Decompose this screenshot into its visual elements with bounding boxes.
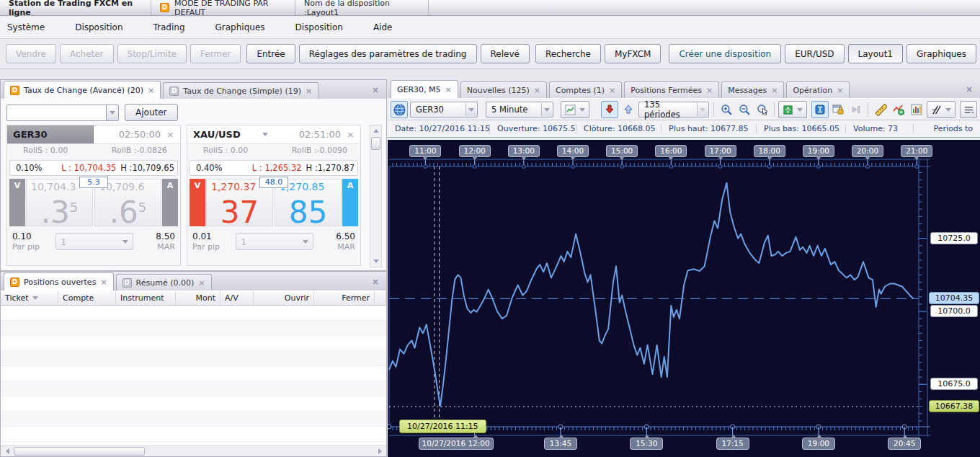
menu-disposition-2[interactable]: Disposition: [288, 22, 350, 32]
tab-accounts[interactable]: Comptes (1) ×: [549, 81, 622, 98]
trading-settings-button[interactable]: Réglages des paramètres de trading: [299, 44, 477, 63]
menu-disposition-1[interactable]: Disposition: [68, 22, 130, 32]
instrument-search-input[interactable]: [6, 105, 106, 121]
positions-horizontal-scrollbar[interactable]: [1, 445, 386, 456]
chevron-down-icon[interactable]: [466, 103, 476, 116]
globe-icon[interactable]: [391, 101, 408, 118]
add-instrument-button[interactable]: Ajouter: [125, 104, 178, 121]
chart-symbol-select[interactable]: GER30: [410, 102, 478, 117]
chart-periods-select[interactable]: 135 périodes: [638, 102, 709, 117]
tab-open-positions[interactable]: D Positions ouvertes ×: [4, 272, 114, 290]
chevron-down-icon: [303, 240, 308, 244]
scrollbar-thumb[interactable]: [14, 447, 145, 456]
close-icon[interactable]: ×: [166, 129, 174, 140]
tab-close-icon[interactable]: ×: [609, 86, 615, 94]
graphiques-button[interactable]: Graphiques: [906, 44, 976, 63]
scroll-up-icon[interactable]: [370, 125, 381, 136]
layout1-button[interactable]: Layout1: [848, 44, 903, 63]
tab-close-icon[interactable]: ×: [306, 87, 312, 95]
sell-flag: V: [9, 179, 25, 226]
tab-rates-advanced[interactable]: D Taux de Change (Avancé) (20) ×: [4, 81, 161, 99]
tab-close-icon[interactable]: ×: [198, 279, 205, 287]
chart-period-select[interactable]: 5 Minute: [486, 102, 553, 117]
panel-close-icon[interactable]: ×: [372, 85, 379, 95]
tab-closed-positions[interactable]: Positions Fermées ×: [624, 81, 719, 98]
stop-limit-button[interactable]: Stop/Limite: [117, 44, 187, 63]
line-studies-icon[interactable]: [927, 101, 956, 118]
column-header-instrument[interactable]: Instrument: [116, 291, 176, 305]
rates-vertical-scrollbar[interactable]: [370, 125, 382, 267]
tab-close-icon[interactable]: ×: [100, 278, 107, 286]
panel-close-icon[interactable]: ×: [372, 277, 379, 287]
instrument-selector[interactable]: GER30: [7, 125, 94, 143]
column-header-av[interactable]: A/V: [220, 291, 254, 305]
tab-close-icon[interactable]: ×: [445, 86, 452, 94]
bid-price-big: .35: [41, 195, 79, 226]
buy-button[interactable]: Acheter: [60, 44, 114, 63]
eurusd-button[interactable]: EUR/USD: [785, 44, 844, 63]
sell-marker-icon[interactable]: [601, 101, 618, 118]
column-header-fermer[interactable]: Fermer: [314, 291, 375, 305]
menu-aide[interactable]: Aide: [366, 22, 400, 32]
time-axis-badge: 16:00: [655, 145, 687, 157]
sell-button[interactable]: Vendre: [6, 44, 56, 63]
fxcm-d-icon: D: [122, 278, 132, 288]
data-window-icon[interactable]: [811, 101, 829, 118]
tab-close-icon[interactable]: ×: [148, 86, 154, 94]
chevron-down-icon[interactable]: [541, 103, 552, 116]
buy-marker-icon[interactable]: [620, 101, 637, 118]
chart-type-select[interactable]: [561, 101, 589, 118]
create-layout-button[interactable]: Créer une disposition: [669, 44, 781, 63]
zoom-select-icon[interactable]: [754, 101, 771, 118]
price-scale-settings-icon[interactable]: [778, 101, 807, 118]
lot-size-select[interactable]: 1: [236, 233, 313, 250]
remove-indicator-icon[interactable]: [890, 101, 907, 118]
search-dropdown-arrow[interactable]: [106, 105, 119, 121]
tab-messages[interactable]: Messages ×: [721, 81, 784, 98]
chart-menu-icon[interactable]: [960, 101, 977, 118]
column-header-compte[interactable]: Compte: [58, 291, 116, 305]
menu-graphiques[interactable]: Graphiques: [208, 22, 272, 32]
scroll-to-end-icon[interactable]: [847, 101, 865, 118]
indicators-dialog-icon[interactable]: [908, 101, 925, 118]
tab-summary[interactable]: D Résumé (0.00) ×: [116, 274, 212, 290]
tab-close-icon[interactable]: ×: [534, 86, 540, 94]
tab-operation[interactable]: Opération ×: [786, 81, 850, 98]
tab-chart-ger30-m5[interactable]: GER30, M5 ×: [391, 80, 458, 98]
close-position-button[interactable]: Fermer: [190, 44, 241, 63]
lot-size-select[interactable]: 1: [55, 233, 133, 250]
tab-rates-simple[interactable]: D Taux de Change (Simple) (19) ×: [163, 82, 318, 99]
column-header-ticket[interactable]: Ticket: [1, 291, 58, 305]
column-header-mont[interactable]: Mont: [176, 291, 220, 305]
pip-value-label: Par pip: [12, 242, 50, 252]
myfxcm-button[interactable]: MyFXCM: [605, 44, 661, 63]
column-header-ouvrir[interactable]: Ouvrir: [254, 291, 314, 305]
entry-order-button[interactable]: Entrée: [246, 44, 295, 63]
ruler-icon[interactable]: [872, 101, 889, 118]
report-button[interactable]: Relevé: [481, 44, 530, 63]
close-icon[interactable]: ×: [347, 129, 355, 140]
search-button[interactable]: Recherche: [535, 44, 601, 63]
scroll-down-icon[interactable]: [370, 256, 381, 267]
tab-news[interactable]: Nouvelles (125) ×: [460, 81, 547, 98]
fxcm-d-icon: D: [160, 3, 169, 12]
zoom-out-icon[interactable]: [736, 101, 753, 118]
scroll-left-icon[interactable]: [2, 446, 12, 456]
chart-window-lock-icon[interactable]: [829, 101, 847, 118]
tab-close-icon[interactable]: ×: [837, 86, 843, 94]
menu-systeme[interactable]: Système: [0, 22, 52, 32]
scrollbar-thumb[interactable]: [371, 137, 380, 150]
menu-trading[interactable]: Trading: [146, 22, 192, 32]
instrument-selector[interactable]: XAU/USD: [187, 125, 274, 143]
tab-close-icon[interactable]: ×: [706, 86, 713, 94]
tab-close-icon[interactable]: ×: [771, 86, 778, 94]
zoom-in-icon[interactable]: [718, 101, 735, 118]
sort-descending-icon: [32, 296, 38, 300]
scroll-right-icon[interactable]: [375, 446, 385, 456]
table-row: [1, 396, 386, 412]
panel-close-icon[interactable]: ×: [966, 84, 973, 94]
menu-bar: Système Disposition Trading Graphiques D…: [0, 17, 980, 39]
chevron-down-icon[interactable]: [697, 103, 708, 116]
fxcm-d-icon: D: [10, 278, 19, 287]
chart-area[interactable]: 11:0012:0013:0014:0015:0016:0017:0018:00…: [388, 140, 980, 457]
